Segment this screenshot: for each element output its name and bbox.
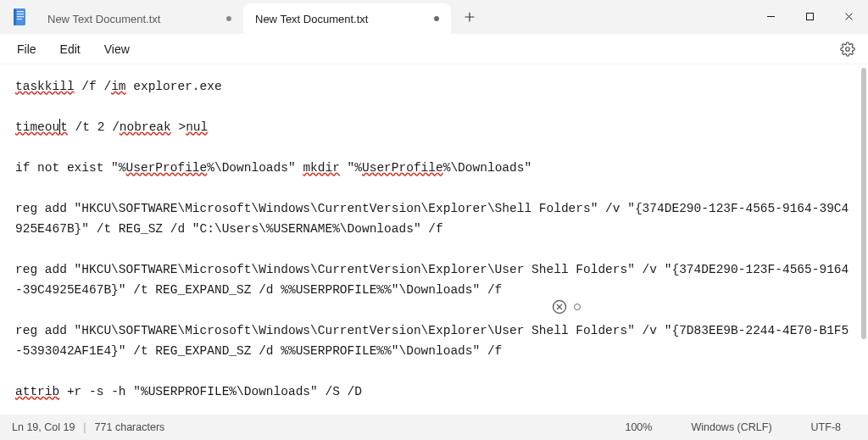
- tab-strip: New Text Document.txtNew Text Document.t…: [36, 0, 451, 34]
- modified-dot-icon: [434, 16, 439, 21]
- new-tab-button[interactable]: [456, 3, 483, 31]
- text-run: reg add "HKCU\SOFTWARE\Microsoft\Windows…: [15, 202, 849, 236]
- menu-view[interactable]: View: [94, 39, 140, 59]
- circle-x-icon: [552, 299, 567, 315]
- spellcheck-word: attrib: [15, 385, 59, 398]
- floating-indicator: [552, 299, 581, 315]
- tab-label: New Text Document.txt: [255, 13, 368, 25]
- text-run: reg add "HKCU\SOFTWARE\Microsoft\Windows…: [15, 263, 849, 297]
- spellcheck-word: nul: [186, 120, 208, 134]
- minimize-button[interactable]: [751, 0, 790, 32]
- text-run: /t 2 /: [68, 120, 120, 134]
- vertical-scrollbar[interactable]: [860, 68, 866, 406]
- tab-1[interactable]: New Text Document.txt: [243, 3, 451, 34]
- svg-rect-1: [14, 8, 16, 25]
- spellcheck-word: t: [60, 120, 68, 134]
- title-bar: New Text Document.txtNew Text Document.t…: [0, 0, 868, 34]
- menu-bar: FileEditView: [0, 34, 868, 64]
- spellcheck-word: mkdir: [303, 161, 340, 175]
- character-count[interactable]: 771 characters: [95, 421, 165, 433]
- text-run: if not exist "%: [15, 161, 126, 175]
- text-run: +r -s -h "%USERPROFILE%\Downloads" /S /D: [59, 385, 362, 398]
- spellcheck-word: im: [111, 80, 125, 93]
- text-caret: [59, 119, 60, 134]
- text-run: explorer.exe: [126, 80, 222, 93]
- spellcheck-word: taskkill: [15, 80, 75, 93]
- encoding[interactable]: UTF-8: [796, 421, 856, 433]
- notepad-app-icon: [12, 8, 27, 26]
- tab-label: New Text Document.txt: [47, 13, 160, 25]
- svg-rect-3: [17, 14, 24, 14]
- tab-0[interactable]: New Text Document.txt: [36, 3, 243, 34]
- menu-file[interactable]: File: [7, 39, 47, 59]
- menu-edit[interactable]: Edit: [50, 39, 91, 59]
- circle-dot-icon: [574, 304, 581, 310]
- text-run: reg add "HKCU\SOFTWARE\Microsoft\Windows…: [15, 324, 849, 358]
- status-bar: Ln 19, Col 19 | 771 characters 100% Wind…: [0, 415, 868, 440]
- zoom-level[interactable]: 100%: [609, 421, 667, 433]
- spellcheck-word: timeou: [15, 120, 59, 134]
- close-button[interactable]: [829, 0, 868, 32]
- text-run: >: [171, 120, 186, 134]
- svg-rect-2: [17, 11, 24, 12]
- text-run: /f /: [75, 80, 112, 93]
- text-run: %\Downloads": [443, 161, 531, 175]
- maximize-button[interactable]: [790, 0, 829, 32]
- svg-rect-4: [17, 16, 24, 17]
- text-run: "%: [340, 161, 362, 175]
- svg-rect-6: [806, 13, 813, 19]
- svg-rect-5: [17, 19, 22, 19]
- modified-dot-icon: [226, 16, 231, 21]
- separator: |: [83, 421, 86, 433]
- window-controls: [751, 0, 868, 34]
- scrollbar-thumb[interactable]: [861, 68, 866, 339]
- text-run: %\Downloads": [207, 161, 303, 175]
- spellcheck-word: nobreak: [120, 120, 171, 134]
- settings-button[interactable]: [834, 36, 861, 63]
- spellcheck-word: UserProfile: [126, 161, 208, 175]
- svg-point-7: [846, 47, 850, 51]
- line-ending[interactable]: Windows (CRLF): [676, 421, 787, 433]
- text-editor[interactable]: taskkill /f /im explorer.exe timeout /t …: [0, 64, 868, 415]
- spellcheck-word: UserProfile: [362, 161, 443, 175]
- cursor-position[interactable]: Ln 19, Col 19: [12, 421, 75, 433]
